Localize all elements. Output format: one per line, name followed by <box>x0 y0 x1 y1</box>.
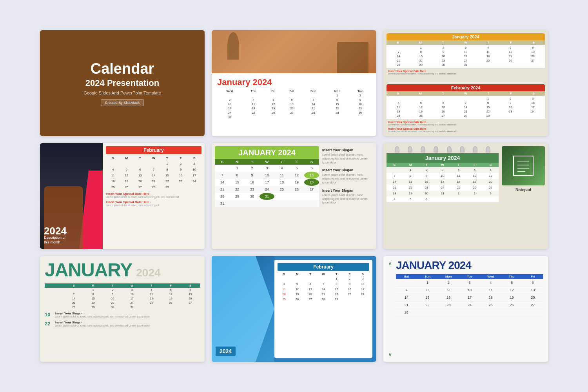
slide-2-january: January 2024 WedThuFriSatSunMonTue 12 34… <box>212 30 376 136</box>
slide6-days: SMTWTFS <box>387 163 499 167</box>
slide6-week5: 28293031123 <box>387 191 499 196</box>
slide9-week1: 123456 <box>396 279 543 287</box>
slide5-week1: 123456 <box>215 165 319 172</box>
slide3-feb-cal: February 2024 SMTWTFS ----123 45678910 1… <box>387 84 545 133</box>
slide2-content: January 2024 WedThuFriSatSunMonTue 12 34… <box>212 73 376 136</box>
slide7-week1: 123456 <box>45 288 200 292</box>
slide7-year-ghost: 2024 <box>136 267 160 279</box>
slide2-month-title: January 2024 <box>217 77 371 87</box>
slide5-note1: Insert Your Slogan Lorem ipsum dolor sit… <box>322 148 373 164</box>
slide6-calendar: January 2024 SMTWTFS 123456 78910111213 … <box>387 146 499 246</box>
slide5-week3: 14151617181920 <box>215 179 319 186</box>
slide-6-notepad: January 2024 SMTWTFS 123456 78910111213 … <box>383 143 548 249</box>
slide9-week4: 21222324252627 <box>396 301 543 309</box>
slide3-jan-insert-desc: Lorem ipsum dolor sit amet, nunc adipisc… <box>388 73 543 75</box>
slide7-week2: 78910111213 <box>45 292 200 296</box>
slide6-notepad: Notepad <box>502 146 545 246</box>
slide4-special2-desc: Lorem ipsum dolor sit amet, nunc adipisc… <box>106 204 201 207</box>
slide1-main-title: Calendar <box>91 60 154 77</box>
slide8-year: 2024 <box>216 347 236 356</box>
slide3-jan-cal: January 2024 SMTWTFS -123456 78910111213… <box>387 33 545 82</box>
slide4-special2: Insert Your Special Date Here <box>106 200 201 204</box>
slide3-feb-insert2: Insert Your Special Date Here <box>388 127 543 130</box>
slide-4-february: 2024 Description of this month February … <box>40 143 205 249</box>
slide7-event1: 10 Insert Your Slogan Lorem ipsum dolor … <box>45 312 200 318</box>
slide3-jan-insert: Insert Your Special Date Here <box>388 70 543 73</box>
slide9-week3: 14151617181920 <box>396 294 543 301</box>
slide9-days: SatSunMonTueWedThuFri <box>396 274 543 279</box>
slide6-notepad-label: Notepad <box>502 188 545 192</box>
slide9-nav-down[interactable]: ∨ <box>388 352 392 357</box>
slide-1-title: Calendar 2024 Presentation Google Slides… <box>40 30 205 136</box>
slide-8-february-blue: 2024 February SMTWTFS 123 45678910 11121… <box>212 256 376 362</box>
slide9-nav-up[interactable]: ∧ <box>388 261 392 266</box>
slide6-week2: 78910111213 <box>387 173 499 179</box>
slide3-feb-header: February 2024 <box>387 84 545 91</box>
slide2-photo <box>212 30 376 73</box>
slide3-feb-insert: Insert Your Special Date Here <box>388 121 543 123</box>
slide5-calendar: JANUARY 2024 SMTWTFS 123456 78910111213 … <box>215 146 319 246</box>
slide5-note2: Insert Your Slogan Lorem ipsum dolor sit… <box>322 168 373 184</box>
slide7-event2: 22 Insert Your Slogan Lorem ipsum dolor … <box>45 321 200 327</box>
slide-7-january-teal: JANUARY 2024 SMTWTFS 123456 78910111213 … <box>40 256 205 362</box>
slide6-week1: 123456 <box>387 167 499 173</box>
slide7-week5: 28293031 <box>45 305 200 309</box>
slide3-jan-header: January 2024 <box>387 33 545 40</box>
slide9-week5: 28 <box>396 309 543 316</box>
slide9-nav[interactable]: ∧ ∨ <box>388 259 392 359</box>
slide5-week2: 78910111213 <box>215 172 319 179</box>
slide5-days: SMTWTFS <box>215 159 319 165</box>
slide7-week4: 21222324252627 <box>45 301 200 305</box>
slide5-notes: Insert Your Slogan Lorem ipsum dolor sit… <box>322 146 373 246</box>
slide3-jan-days: SMTWTFS <box>387 40 545 45</box>
slide3-feb-insert2-desc: Lorem ipsum dolor sit amet, nunc adipisc… <box>388 130 543 132</box>
slide6-notepad-image <box>502 146 545 185</box>
slide9-week2: 78910111213 <box>396 287 543 294</box>
slide-5-january-green: JANUARY 2024 SMTWTFS 123456 78910111213 … <box>212 143 376 249</box>
slide7-header: JANUARY 2024 <box>45 261 200 279</box>
slide5-note3: Insert Your Slogan Lorem ipsum dolor sit… <box>322 189 373 205</box>
slide-3-dual-calendar: January 2024 SMTWTFS -123456 78910111213… <box>383 30 548 136</box>
slide9-content: JANUARY 2024 SatSunMonTueWedThuFri 12345… <box>396 259 543 359</box>
slide4-cal-table: SMTWTFS 123 45678910 11121314151617 1819… <box>106 155 201 191</box>
slide3-feb-insert-desc: Lorem ipsum dolor sit amet, nunc adipisc… <box>388 123 543 126</box>
slide5-month-title: JANUARY 2024 <box>215 146 319 159</box>
slide8-calendar: February SMTWTFS 123 45678910 1112131415… <box>274 260 372 358</box>
slide4-month: February <box>106 146 201 154</box>
slide4-calendar: February SMTWTFS 123 45678910 1112131415… <box>103 143 205 249</box>
slide4-photo: 2024 Description of this month <box>40 143 103 249</box>
slide5-week5: 28293031 <box>215 193 319 200</box>
slide1-subtitle: 2024 Presentation <box>85 78 159 88</box>
slide3-jan-body: -123456 78910111213 14151617181920 21222… <box>387 45 545 68</box>
slide3-feb-body: ----123 45678910 11121314151617 18192021… <box>387 96 545 119</box>
slide4-desc: Description of this month <box>44 235 65 245</box>
slide5-week4: 21222324252627 <box>215 186 319 193</box>
slide1-badge: Created By Slidestack <box>101 99 144 106</box>
slide6-month-title: January 2024 <box>387 153 499 163</box>
slide5-week6: 31 <box>215 200 319 207</box>
slide7-big-january: JANUARY <box>45 261 132 279</box>
slide4-special1: Insert Your Special Date Here <box>106 192 201 196</box>
slide1-description: Google Slides And PowerPoint Template <box>83 91 161 95</box>
slide9-title: JANUARY 2024 <box>396 259 543 272</box>
slide6-spiral <box>387 146 499 152</box>
slide2-calendar: WedThuFriSatSunMonTue 12 3456789 1011121… <box>217 89 371 119</box>
slides-grid: Calendar 2024 Presentation Google Slides… <box>28 18 560 374</box>
slide6-week4: 21222324252627 <box>387 185 499 191</box>
slide6-week6: 456 <box>387 196 499 202</box>
slide7-cal-headers: SMTWTFS <box>45 283 200 288</box>
slide8-graphic: 2024 <box>212 256 274 362</box>
slide8-month: February <box>278 263 369 271</box>
slide7-calendar: SMTWTFS 123456 78910111213 1415161718192… <box>45 283 200 309</box>
slide6-week3: 14151617181920 <box>387 179 499 185</box>
slide3-feb-days: SMTWTFS <box>387 91 545 96</box>
slide-9-january-blue: ∧ ∨ JANUARY 2024 SatSunMonTueWedThuFri 1… <box>383 256 548 362</box>
slide4-special1-desc: Lorem ipsum dolor sit amet, nunc adipisc… <box>106 196 201 199</box>
slide7-week3: 14151617181920 <box>45 296 200 301</box>
slide8-cal-table: SMTWTFS 123 45678910 11121314151617 1819… <box>278 272 369 302</box>
